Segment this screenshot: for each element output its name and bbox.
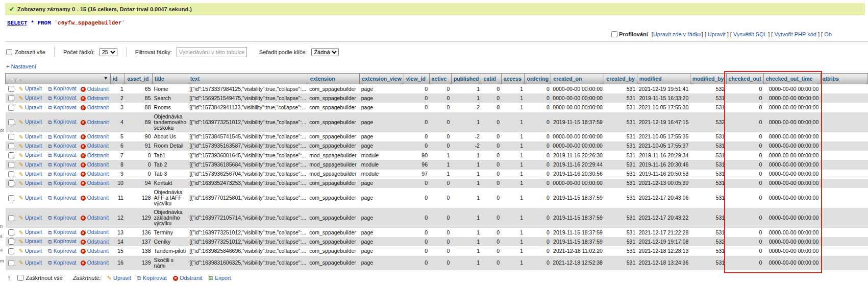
- column-header-created_on[interactable]: created_on: [551, 74, 604, 84]
- row-copy-link[interactable]: ⧉ Kopírovat: [48, 195, 77, 201]
- row-copy-link[interactable]: ⧉ Kopírovat: [48, 215, 77, 221]
- column-header-label[interactable]: view_id: [406, 76, 426, 82]
- column-header-label[interactable]: access: [504, 76, 522, 82]
- sort-key-select[interactable]: Žádná: [311, 48, 339, 56]
- selected-edit-link[interactable]: ✎ Upravit: [107, 275, 131, 282]
- row-edit-link[interactable]: ✎ Upravit: [19, 195, 42, 201]
- row-copy-link[interactable]: ⧉ Kopírovat: [48, 229, 77, 235]
- column-header-label[interactable]: created_on: [553, 76, 582, 82]
- row-edit-link[interactable]: ✎ Upravit: [19, 180, 42, 186]
- row-checkbox[interactable]: [8, 143, 14, 149]
- selected-delete-link[interactable]: ✕ Odstranit: [173, 275, 203, 281]
- row-copy-link[interactable]: ⧉ Kopírovat: [48, 119, 77, 125]
- check-all-checkbox[interactable]: [17, 275, 23, 281]
- column-header-title[interactable]: title: [153, 74, 188, 84]
- column-header-modified_by[interactable]: modified_by: [690, 74, 726, 84]
- row-edit-link[interactable]: ✎ Upravit: [19, 85, 42, 91]
- row-delete-link[interactable]: ✕ Odstranit: [81, 215, 109, 221]
- row-checkbox[interactable]: [8, 134, 14, 140]
- row-copy-link[interactable]: ⧉ Kopírovat: [48, 85, 77, 91]
- column-header-asset_id[interactable]: asset_id: [125, 74, 153, 84]
- row-edit-link[interactable]: ✎ Upravit: [19, 94, 42, 101]
- column-header-label[interactable]: modified_by: [692, 76, 724, 82]
- row-copy-link[interactable]: ⧉ Kopírovat: [48, 94, 77, 101]
- column-header-label[interactable]: text: [190, 76, 200, 82]
- row-copy-link[interactable]: ⧉ Kopírovat: [48, 171, 77, 177]
- row-delete-link[interactable]: ✕ Odstranit: [81, 133, 109, 139]
- row-copy-link[interactable]: ⧉ Kopírovat: [48, 161, 77, 168]
- row-delete-link[interactable]: ✕ Odstranit: [81, 152, 109, 158]
- row-delete-link[interactable]: ✕ Odstranit: [81, 104, 109, 110]
- profiling-checkbox[interactable]: [611, 31, 617, 37]
- row-checkbox[interactable]: [8, 162, 14, 168]
- column-header-label[interactable]: attribs: [823, 76, 839, 82]
- column-header-text[interactable]: text: [188, 74, 308, 84]
- row-delete-link[interactable]: ✕ Odstranit: [81, 95, 109, 101]
- selected-copy-link[interactable]: ⧉ Kopírovat: [137, 275, 167, 282]
- row-checkbox[interactable]: [8, 86, 14, 92]
- row-edit-link[interactable]: ✎ Upravit: [19, 133, 42, 139]
- row-delete-link[interactable]: ✕ Odstranit: [81, 248, 109, 254]
- options-caret-icon[interactable]: ▼: [104, 76, 108, 81]
- row-edit-link[interactable]: ✎ Upravit: [19, 104, 42, 110]
- column-header-active[interactable]: active: [429, 74, 451, 84]
- column-header-published[interactable]: published: [451, 74, 481, 84]
- row-checkbox[interactable]: [8, 260, 14, 266]
- row-checkbox[interactable]: [8, 180, 14, 186]
- row-delete-link[interactable]: ✕ Odstranit: [81, 180, 109, 186]
- row-delete-link[interactable]: ✕ Odstranit: [81, 195, 109, 201]
- row-copy-link[interactable]: ⧉ Kopírovat: [48, 152, 77, 158]
- column-header-checked_out[interactable]: checked_out: [726, 74, 763, 84]
- column-header-label[interactable]: extension: [310, 76, 335, 82]
- create-php-code-link[interactable]: Vytvořit PHP kód: [774, 31, 816, 37]
- row-checkbox[interactable]: [8, 119, 14, 125]
- column-header-attribs[interactable]: attribs: [820, 74, 867, 84]
- row-delete-link[interactable]: ✕ Odstranit: [81, 239, 109, 245]
- row-edit-link[interactable]: ✎ Upravit: [19, 238, 42, 244]
- column-header-checked_out_time[interactable]: checked_out_time: [763, 74, 820, 84]
- row-checkbox[interactable]: [8, 105, 14, 111]
- column-header-label[interactable]: checked_out_time: [766, 76, 813, 82]
- row-checkbox[interactable]: [8, 152, 14, 158]
- row-checkbox[interactable]: [8, 239, 14, 245]
- sql-keyword-select[interactable]: SELECT: [7, 20, 28, 26]
- column-header-id[interactable]: id: [110, 74, 125, 84]
- row-copy-link[interactable]: ⧉ Kopírovat: [48, 238, 77, 244]
- column-header-label[interactable]: title: [155, 76, 164, 82]
- column-header-label[interactable]: extension_view: [362, 76, 402, 82]
- selected-export-link[interactable]: ⊞ Export: [209, 275, 231, 282]
- settings-toggle-link[interactable]: + Nastavení: [6, 63, 36, 69]
- row-checkbox[interactable]: [8, 95, 14, 101]
- column-header-label[interactable]: catid: [483, 76, 496, 82]
- row-delete-link[interactable]: ✕ Odstranit: [81, 161, 109, 168]
- column-header-catid[interactable]: catid: [481, 74, 501, 84]
- refresh-link[interactable]: Ob: [824, 31, 832, 37]
- row-delete-link[interactable]: ✕ Odstranit: [81, 86, 109, 92]
- column-header-label[interactable]: asset_id: [127, 76, 148, 82]
- column-header-label[interactable]: active: [432, 76, 447, 82]
- row-copy-link[interactable]: ⧉ Kopírovat: [48, 259, 77, 266]
- row-edit-link[interactable]: ✎ Upravit: [19, 171, 42, 177]
- explain-sql-link[interactable]: Vysvětlit SQL: [733, 31, 766, 37]
- column-header-ordering[interactable]: ordering: [525, 74, 551, 84]
- row-delete-link[interactable]: ✕ Odstranit: [81, 119, 109, 125]
- actions-column-header[interactable]: ←┬→ ▼: [6, 74, 111, 84]
- row-copy-link[interactable]: ⧉ Kopírovat: [48, 248, 77, 254]
- row-edit-link[interactable]: ✎ Upravit: [19, 152, 42, 158]
- row-checkbox[interactable]: [8, 229, 14, 235]
- column-header-extension_view[interactable]: extension_view: [360, 74, 404, 84]
- row-delete-link[interactable]: ✕ Odstranit: [81, 143, 109, 149]
- column-header-access[interactable]: access: [501, 74, 525, 84]
- check-all-control[interactable]: Zaškrtnout vše: [17, 275, 63, 281]
- row-copy-link[interactable]: ⧉ Kopírovat: [48, 133, 77, 139]
- row-edit-link[interactable]: ✎ Upravit: [19, 161, 42, 168]
- row-edit-link[interactable]: ✎ Upravit: [19, 248, 42, 254]
- column-header-label[interactable]: created_by: [606, 76, 634, 82]
- column-header-label[interactable]: id: [113, 76, 117, 82]
- show-all-control[interactable]: Zobrazit vše: [6, 49, 45, 55]
- column-header-label[interactable]: ordering: [527, 76, 549, 82]
- column-header-label[interactable]: modified: [639, 76, 662, 82]
- column-header-label[interactable]: published: [454, 76, 479, 82]
- row-edit-link[interactable]: ✎ Upravit: [19, 215, 42, 221]
- column-header-view_id[interactable]: view_id: [404, 74, 429, 84]
